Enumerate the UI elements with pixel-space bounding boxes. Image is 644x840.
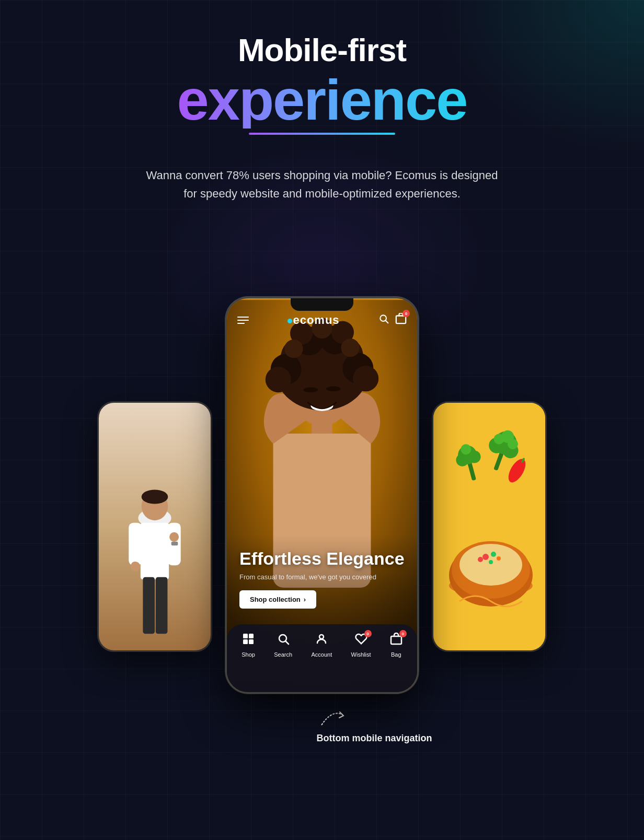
svg-point-28 (482, 554, 489, 560)
hero-text-overlay: Effortless Elegance From casual to forma… (239, 548, 405, 609)
hamburger-line-1 (237, 317, 249, 318)
svg-rect-5 (156, 577, 168, 634)
phone-notch (291, 298, 353, 311)
svg-rect-2 (129, 523, 142, 565)
svg-line-59 (386, 321, 388, 323)
phone-right (432, 401, 547, 652)
shop-collection-button[interactable]: Shop collection › (239, 590, 316, 609)
heading-section: Mobile-first experience (177, 31, 467, 135)
wishlist-badge: 0 (364, 630, 372, 637)
nav-item-bag[interactable]: 0 Bag (390, 633, 402, 658)
brand-logo: ecomus (288, 313, 339, 327)
phone-screen: ecomus 0 Effortless Elegance (227, 298, 417, 692)
shop-label: Shop (242, 651, 255, 658)
svg-rect-64 (249, 639, 254, 644)
wishlist-icon: 0 (355, 633, 367, 648)
search-label: Search (274, 651, 292, 658)
page-content: Mobile-first experience Wanna convert 78… (0, 0, 644, 744)
account-icon (315, 633, 328, 648)
shop-icon (242, 633, 255, 648)
bottom-annotation: Bottom mobile navigation (212, 704, 432, 744)
phone-main: ecomus 0 Effortless Elegance (225, 297, 419, 694)
hamburger-line-3 (237, 323, 245, 324)
left-phone-visual (99, 403, 211, 650)
hero-subtitle: Wanna convert 78% users shopping via mob… (139, 166, 505, 203)
food-svg (433, 403, 545, 650)
hamburger-icon[interactable] (237, 317, 249, 324)
svg-point-7 (142, 490, 168, 504)
svg-point-27 (459, 544, 522, 586)
account-label: Account (311, 651, 332, 658)
svg-point-8 (131, 562, 140, 571)
shop-collection-label: Shop collection (250, 596, 301, 603)
fashion-person-svg (108, 452, 202, 650)
annotation-arrow (316, 704, 348, 730)
phone-navbar: ecomus 0 (227, 313, 417, 327)
svg-point-9 (169, 532, 179, 542)
phone-cart-icon[interactable]: 0 (395, 313, 407, 327)
bag-badge: 0 (399, 630, 407, 637)
nav-item-account[interactable]: Account (311, 633, 332, 658)
search-icon (277, 633, 290, 648)
experience-title: experience (177, 71, 467, 129)
right-phone-content (433, 403, 545, 650)
svg-rect-1 (141, 523, 169, 580)
svg-rect-11 (433, 403, 545, 650)
svg-point-31 (478, 557, 483, 562)
svg-rect-63 (243, 639, 248, 644)
nav-item-search[interactable]: Search (274, 633, 292, 658)
nav-icons: 0 (378, 313, 407, 327)
svg-rect-62 (249, 634, 254, 638)
hero-subtitle-phone: From casual to formal, we've got you cov… (239, 573, 405, 581)
hamburger-line-2 (237, 320, 249, 321)
svg-point-30 (497, 556, 501, 561)
phones-container: ecomus 0 Effortless Elegance (61, 224, 583, 694)
bottom-nav-label: Bottom mobile navigation (316, 733, 432, 744)
nav-item-shop[interactable]: Shop (242, 633, 255, 658)
wishlist-label: Wishlist (351, 651, 371, 658)
underline-decoration (249, 133, 395, 135)
phone-bottom-nav: Shop Search Account (227, 624, 417, 692)
phone-search-icon[interactable] (378, 313, 389, 326)
mobile-first-title: Mobile-first (177, 31, 467, 68)
svg-rect-61 (243, 634, 248, 638)
svg-point-32 (489, 560, 493, 564)
nav-item-wishlist[interactable]: 0 Wishlist (351, 633, 371, 658)
bag-label: Bag (391, 651, 401, 658)
svg-point-29 (491, 552, 496, 557)
svg-rect-60 (396, 316, 406, 324)
svg-rect-68 (391, 636, 401, 644)
phone-left (97, 401, 212, 652)
svg-rect-4 (143, 577, 155, 634)
svg-rect-10 (171, 542, 178, 545)
cart-badge: 0 (402, 310, 410, 317)
bag-icon: 0 (390, 633, 402, 648)
shop-collection-arrow: › (304, 596, 306, 603)
hero-main-title: Effortless Elegance (239, 548, 405, 569)
logo-dot (288, 319, 292, 323)
svg-point-67 (319, 635, 324, 639)
svg-line-66 (285, 641, 289, 645)
